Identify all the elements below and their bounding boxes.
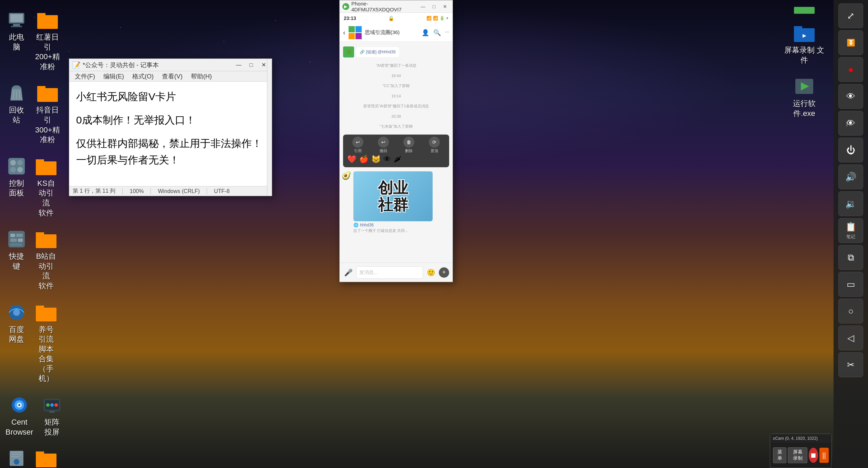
screen-record-icon: ▶ xyxy=(793,22,815,44)
phone-window: ▶ Phone-4DFMIJ7X5XDQOVI7 — □ ✕ 23:13 🔒 📶… xyxy=(339,0,453,282)
shortcut-label: 快捷键 xyxy=(6,252,28,271)
msg-action-recall[interactable]: ↩ 撤回 xyxy=(378,137,389,153)
svg-rect-2 xyxy=(13,24,20,26)
chat-system-msg-2: "CC"加入了群聊 xyxy=(343,82,449,90)
notepad-content[interactable]: 小红书无风险留V卡片 0成本制作！无举报入口！ 仅供社群内部揭秘，禁止用于非法操… xyxy=(69,82,272,186)
rp-notepad-btn[interactable]: 📋 笔记 xyxy=(838,218,863,243)
ocam-menu-btn[interactable]: 菜单 xyxy=(773,447,786,463)
phone-screen: 23:13 🔒 📶 📶 🔋 + ‹ xyxy=(340,13,453,282)
ocam-pause-btn[interactable]: || xyxy=(819,448,829,463)
matrix-screen-label: 矩阵投屏 xyxy=(41,417,63,437)
phone-title-controls: — □ ✕ xyxy=(418,3,450,10)
desktop-icon-ks[interactable]: KS自动引流软件 xyxy=(33,153,59,220)
notepad-line-4: 一切后果与作者无关！ xyxy=(76,152,265,168)
wechat-group-name: 思域引流圈(36) xyxy=(365,29,419,36)
rp-power-icon: ⏻ xyxy=(846,145,855,156)
desktop-icon-baidu-materials[interactable]: 百度网盘资料 xyxy=(3,445,30,468)
wechat-search-icon[interactable]: 🔍 xyxy=(433,29,441,36)
svg-rect-23 xyxy=(18,238,23,242)
msg-emoji-apple[interactable]: 🍎 xyxy=(359,155,369,164)
msg-action-quote-icon: ↩ xyxy=(352,137,363,148)
notepad-title-text: *公众号：灵动共创 - 记事本 xyxy=(83,61,159,69)
rp-volume-btn[interactable]: 🔊 xyxy=(838,164,863,189)
ocam-body: 菜单 屏幕录制 ⏹ || xyxy=(770,443,831,468)
notepad-menu-file[interactable]: 文件(F) xyxy=(71,72,99,81)
chat-sender-indicator: 🌐 xyxy=(353,223,359,227)
desktop-icon-bilibili[interactable]: B站自动引流软件 xyxy=(33,226,59,293)
desktop-icon-shortcut[interactable]: 快捷键 xyxy=(3,226,30,293)
desktop-icon-run-exe[interactable]: 运行软件.exe xyxy=(780,73,828,120)
svg-rect-5 xyxy=(37,13,45,17)
wechat-more-icon[interactable]: ··· xyxy=(445,29,449,36)
rp-expand-btn[interactable]: ⤢ xyxy=(838,3,863,28)
desktop-icon-matrix-screen[interactable]: 矩阵投屏 xyxy=(39,392,65,439)
notepad-scrollbar[interactable] xyxy=(267,82,272,186)
rp-frame-btn[interactable]: ▭ xyxy=(838,272,863,297)
rp-arrow-down-btn[interactable]: ⏬ xyxy=(838,30,863,55)
notepad-menu-format[interactable]: 格式(O) xyxy=(129,72,157,81)
recycle-icon xyxy=(6,82,28,104)
desktop-icon-yanghao[interactable]: 养号引流脚本合集（手机） xyxy=(33,299,59,386)
rp-frame-icon: ▭ xyxy=(847,279,855,290)
notepad-menu-help[interactable]: 帮助(H) xyxy=(187,72,215,81)
chat-image-message[interactable]: 创业 社群 xyxy=(353,171,433,221)
chat-input-placeholder: 发消息... xyxy=(359,269,378,276)
rp-record-btn[interactable]: ● xyxy=(838,57,863,82)
svg-rect-26 xyxy=(36,232,44,236)
desktop-icon-wechat-avatar[interactable]: 公众号头像 xyxy=(33,445,59,468)
desktop-icon-baidu-disk[interactable]: 百度网盘 xyxy=(3,299,30,386)
notepad-menu-view[interactable]: 查看(V) xyxy=(158,72,186,81)
ocam-screen-record-btn[interactable]: 屏幕录制 xyxy=(788,447,807,463)
ocam-stop-btn[interactable]: ⏹ xyxy=(809,448,818,463)
desktop-icon-screen-record[interactable]: ▶ 屏幕录制 文件 xyxy=(780,20,828,67)
chat-input-box[interactable]: 发消息... xyxy=(356,266,423,279)
ks-icon xyxy=(35,155,57,177)
chat-link-row: 🌿 🔗 [链接] @hhhd36 xyxy=(343,46,449,57)
msg-emoji-cat[interactable]: 😸 xyxy=(371,155,381,164)
desktop-icon-this-pc[interactable]: 此电脑 xyxy=(3,7,30,74)
control-panel-icon xyxy=(6,155,28,177)
msg-emoji-heart[interactable]: ❤️ xyxy=(347,155,356,164)
svg-text:▶: ▶ xyxy=(803,33,806,38)
notepad-menu-edit[interactable]: 编辑(E) xyxy=(100,72,127,81)
wechat-back-btn[interactable]: ‹ xyxy=(343,29,345,36)
phone-close-btn[interactable]: ✕ xyxy=(440,3,450,10)
msg-action-pin-label: 置顶 xyxy=(431,148,438,153)
chat-voice-btn[interactable]: 🎤 xyxy=(343,267,353,278)
matrix-screen-icon xyxy=(41,394,63,416)
msg-action-delete[interactable]: 🗑 删除 xyxy=(403,137,414,153)
cent-browser-label: CentBrowser xyxy=(6,417,33,437)
chat-emoji-btn[interactable]: 🙂 xyxy=(426,267,436,278)
rp-circle-btn[interactable]: ○ xyxy=(838,299,863,323)
chat-messages[interactable]: 🌿 🔗 [链接] @hhhd36 "AI群管"撤回了一条消息 18:44 "CC… xyxy=(340,42,453,263)
msg-emoji-eye[interactable]: 👁 xyxy=(383,155,391,164)
phone-maximize-btn[interactable]: □ xyxy=(429,3,439,10)
rp-eye-btn[interactable]: 👁 xyxy=(838,84,863,109)
desktop-icon-cent-browser[interactable]: CentBrowser xyxy=(3,392,35,439)
desktop-icon-control-panel[interactable]: 控制面板 xyxy=(3,153,30,220)
wechat-group-info: 思域引流圈(36) xyxy=(365,29,419,36)
rp-copy-btn[interactable]: ⧉ xyxy=(838,245,863,270)
wechat-member-icon[interactable]: 👤 xyxy=(422,29,429,36)
rp-scissors-btn[interactable]: ✂ xyxy=(838,352,863,377)
chat-add-btn[interactable]: + xyxy=(439,267,449,278)
rp-eye-slash-btn[interactable]: 👁/ xyxy=(838,111,863,136)
svg-point-38 xyxy=(46,403,50,407)
ocam-title-text: oCam (0, 4, 1920, 1022) xyxy=(773,436,818,441)
desktop-icon-recycle[interactable]: 回收站 xyxy=(3,80,30,147)
msg-action-pin[interactable]: ⟳ 置顶 xyxy=(429,137,440,153)
baidu-materials-icon xyxy=(6,447,28,468)
rp-power-btn[interactable]: ⏻ xyxy=(838,138,863,162)
notepad-maximize-btn[interactable]: □ xyxy=(246,61,257,69)
notepad-minimize-btn[interactable]: — xyxy=(233,61,244,69)
rp-volume-down-btn[interactable]: 🔉 xyxy=(838,191,863,216)
notepad-status-encoding: Windows (CRLF) xyxy=(158,188,200,194)
desktop-icon-douyin[interactable]: 抖音日引300+精准粉 xyxy=(33,80,62,147)
svg-point-28 xyxy=(13,309,20,316)
msg-emoji-pepper[interactable]: 🌶 xyxy=(394,155,401,164)
msg-action-quote[interactable]: ↩ 引用 xyxy=(352,137,363,153)
chat-sender-desc: 拉了一个圈子 打破信息差 共同... xyxy=(353,228,449,233)
phone-minimize-btn[interactable]: — xyxy=(418,3,428,10)
rp-back-btn[interactable]: ◁ xyxy=(838,326,863,350)
desktop-icon-huochang[interactable]: 红薯日引200+精准粉 xyxy=(33,7,62,74)
